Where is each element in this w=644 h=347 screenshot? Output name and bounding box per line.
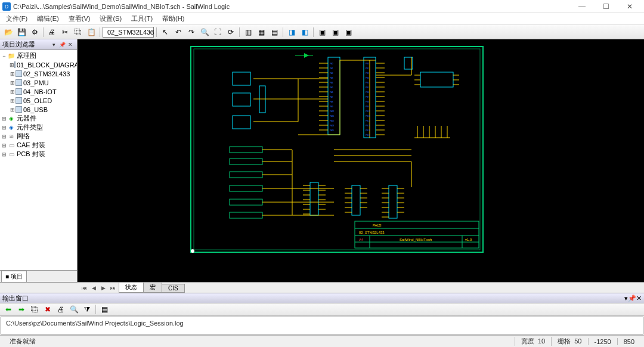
project-panel-icon[interactable]: ▥ xyxy=(242,26,254,38)
panel-toggle-2-icon[interactable]: ▣ xyxy=(329,26,341,38)
tab-macro[interactable]: 宏 xyxy=(143,282,162,293)
minimize-button[interactable]: — xyxy=(570,1,594,13)
menu-help[interactable]: 帮助(H) xyxy=(157,13,189,24)
tree-sheet[interactable]: ⊞04_NB-IOT xyxy=(0,87,77,96)
paste-icon[interactable]: 📋 xyxy=(85,26,97,38)
svg-text:PB12: PB12 xyxy=(366,120,370,122)
svg-rect-15 xyxy=(230,159,262,165)
output-close-icon[interactable]: ✕ xyxy=(636,295,642,302)
tab-first-icon[interactable]: ⏮ xyxy=(80,285,88,291)
undo-icon[interactable]: ↶ xyxy=(172,26,184,38)
tree-sheet[interactable]: ⊞06_USB xyxy=(0,105,77,114)
tab-cis[interactable]: CIS xyxy=(162,284,185,293)
tree-nets[interactable]: ⊞≋网络 xyxy=(0,132,77,141)
svg-text:PB6: PB6 xyxy=(366,91,369,94)
out-log-icon[interactable]: ▤ xyxy=(98,303,110,315)
open-icon[interactable]: 📂 xyxy=(2,26,14,38)
navigator-title: 项目浏览器 xyxy=(2,40,35,49)
tree-cae-decal[interactable]: ⊞▭CAE 封装 xyxy=(0,141,77,150)
redo-icon[interactable]: ↷ xyxy=(185,26,197,38)
panel-toggle-1-icon[interactable]: ▣ xyxy=(316,26,328,38)
tab-last-icon[interactable]: ⏭ xyxy=(109,285,117,291)
out-back-icon[interactable]: ⬅ xyxy=(2,303,14,315)
zoom-fit-icon[interactable]: ⛶ xyxy=(212,26,224,38)
svg-text:PA1: PA1 xyxy=(330,67,333,70)
toolbar: 📂 💾 ⚙ 🖨 ✂ ⿻ 📋 02_STM32L433 ↖ ↶ ↷ 🔍 ⛶ ⟳ ▥… xyxy=(0,25,644,39)
tab-prev-icon[interactable]: ◀ xyxy=(89,285,98,291)
out-clear-icon[interactable]: ✖ xyxy=(42,303,54,315)
close-panel-icon[interactable]: ✕ xyxy=(66,41,75,49)
svg-text:PA6: PA6 xyxy=(330,91,333,94)
status-grid: 栅格 50 xyxy=(551,337,587,346)
schematic-canvas[interactable]: PA0PA1PA2PA3PA4PA5PA6PA7PA8PA9PA10PA11PA… xyxy=(78,39,644,282)
output-body[interactable]: C:\Users\pz\Documents\SailWind Projects\… xyxy=(1,317,643,334)
tree-sheet[interactable]: ⊞03_PMU xyxy=(0,78,77,87)
status-bar: 准备就绪 宽度 10 栅格 50 -1250 850 xyxy=(0,335,644,347)
app-icon: D xyxy=(2,2,11,11)
svg-rect-19 xyxy=(230,212,262,218)
output-panel-icon[interactable]: ▦ xyxy=(255,26,267,38)
tree-sheet[interactable]: ⊞01_BLOCK_DIAGRAM xyxy=(0,60,77,69)
status-x: -1250 xyxy=(588,338,617,345)
panel-toggle-3-icon[interactable]: ▣ xyxy=(342,26,354,38)
output-pane: 输出窗口 ▾ 📌 ✕ ⬅ ➡ ⿻ ✖ 🖨 🔍 ⧩ ▤ C:\Users\pz\D… xyxy=(0,293,644,335)
menu-edit[interactable]: 编辑(E) xyxy=(32,13,64,24)
svg-rect-14 xyxy=(230,147,262,153)
tab-next-icon[interactable]: ▶ xyxy=(99,285,107,291)
cut-icon[interactable]: ✂ xyxy=(59,26,71,38)
svg-rect-7 xyxy=(389,185,397,218)
output-pin-icon[interactable]: 📌 xyxy=(628,295,636,302)
tb-file: SailWind_NBIoT.sch xyxy=(400,238,432,241)
print-icon[interactable]: 🖨 xyxy=(46,26,58,38)
svg-text:PB2: PB2 xyxy=(366,72,369,75)
status-y: 850 xyxy=(617,338,640,345)
svg-text:PA12: PA12 xyxy=(330,120,334,122)
out-filter-icon[interactable]: ⧩ xyxy=(81,303,93,315)
svg-text:PA15: PA15 xyxy=(330,129,334,132)
tree-components[interactable]: ⊞◈元器件 xyxy=(0,114,77,123)
svg-text:PA11: PA11 xyxy=(330,115,334,117)
sheet-combo[interactable]: 02_STM32L433 xyxy=(103,27,154,38)
out-print-icon[interactable]: 🖨 xyxy=(55,303,67,315)
out-copy-icon[interactable]: ⿻ xyxy=(29,303,41,315)
tree-sheet[interactable]: ⊞02_STM32L433 xyxy=(0,69,77,78)
tb-size: A4 xyxy=(359,238,364,241)
refresh-icon[interactable]: ⟳ xyxy=(225,26,237,38)
tree-comp-types[interactable]: ⊞◈元件类型 xyxy=(0,123,77,132)
menu-setup[interactable]: 设置(S) xyxy=(95,13,126,24)
svg-text:PA5: PA5 xyxy=(330,86,333,89)
pointer-icon[interactable]: ↖ xyxy=(159,26,171,38)
switch-to-layout-icon[interactable]: ◨ xyxy=(286,26,298,38)
pin-icon[interactable]: 📌 xyxy=(58,41,66,49)
tree-pcb-decal[interactable]: ⊞▭PCB 封装 xyxy=(0,150,77,159)
svg-text:PA2: PA2 xyxy=(330,72,333,75)
options-icon[interactable]: ⚙ xyxy=(29,26,41,38)
tab-status[interactable]: 状态 xyxy=(119,282,144,293)
save-icon[interactable]: 💾 xyxy=(16,26,27,38)
navigator-tabs: ■ 项目 xyxy=(0,270,77,282)
maximize-button[interactable]: ☐ xyxy=(594,1,618,13)
tb-company: PAIZI xyxy=(373,224,382,227)
svg-rect-17 xyxy=(230,185,262,191)
menu-tools[interactable]: 工具(T) xyxy=(126,13,157,24)
close-button[interactable]: ✕ xyxy=(618,1,642,13)
project-tree[interactable]: −📁原理图 ⊞01_BLOCK_DIAGRAM ⊞02_STM32L433 ⊞0… xyxy=(0,50,77,270)
tab-project[interactable]: ■ 项目 xyxy=(1,271,27,282)
zoom-icon[interactable]: 🔍 xyxy=(199,26,210,38)
dropdown-icon[interactable]: ▾ xyxy=(49,41,58,49)
selection-filter-icon[interactable]: ▤ xyxy=(268,26,280,38)
out-forward-icon[interactable]: ➡ xyxy=(16,303,27,315)
svg-text:PB15: PB15 xyxy=(366,134,370,137)
navigator-header: 项目浏览器 ▾ 📌 ✕ xyxy=(0,39,77,50)
schematic-svg: PA0PA1PA2PA3PA4PA5PA6PA7PA8PA9PA10PA11PA… xyxy=(78,39,644,282)
tree-sheet[interactable]: ⊞05_OLED xyxy=(0,96,77,105)
switch-to-router-icon[interactable]: ◧ xyxy=(299,26,311,38)
copy-icon[interactable]: ⿻ xyxy=(72,26,84,38)
output-toolbar: ⬅ ➡ ⿻ ✖ 🖨 🔍 ⧩ ▤ xyxy=(0,303,644,316)
window-title: C:\Paizi\...\Samples\SailWind_Demo\SailW… xyxy=(13,3,570,10)
menu-view[interactable]: 查看(V) xyxy=(64,13,95,24)
out-find-icon[interactable]: 🔍 xyxy=(68,303,80,315)
menu-file[interactable]: 文件(F) xyxy=(1,13,32,24)
tree-root-schematic[interactable]: −📁原理图 xyxy=(0,51,77,60)
svg-text:PB0: PB0 xyxy=(366,63,369,65)
